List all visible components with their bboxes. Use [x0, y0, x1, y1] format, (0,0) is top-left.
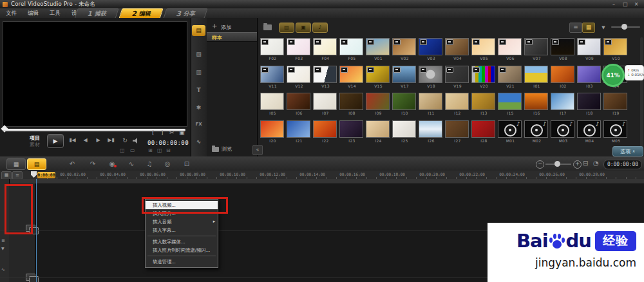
library-thumbnail[interactable]: V17 [392, 66, 417, 88]
library-thumbnail[interactable]: F02 [260, 38, 285, 61]
library-thumbnail[interactable]: I20 [260, 120, 285, 143]
library-thumbnail[interactable]: I24 [366, 120, 391, 143]
library-thumbnail[interactable]: V01 [366, 38, 391, 61]
library-thumbnail[interactable]: V02 [392, 38, 417, 61]
storyboard-view-button[interactable]: ▦ [6, 158, 26, 170]
library-thumbnail[interactable]: F04 [313, 38, 338, 61]
library-thumbnail[interactable]: V20 [471, 66, 497, 88]
library-thumbnail[interactable]: I05 [260, 93, 285, 115]
library-thumbnail[interactable]: V05 [471, 38, 497, 61]
context-menu-item[interactable]: 插入字幕... [146, 226, 218, 234]
library-thumbnail[interactable]: F03 [287, 38, 312, 61]
zoom-out-icon[interactable]: − [536, 160, 544, 169]
library-thumbnail[interactable]: V18 [419, 66, 444, 88]
display-toggle-icon[interactable]: ⊞ [148, 147, 153, 153]
library-thumbnail[interactable]: I28 [471, 120, 497, 143]
menu-item[interactable]: 文件 [6, 10, 17, 17]
redo-icon[interactable]: ↷ [86, 159, 99, 169]
mark-in-button[interactable]: [ [152, 129, 155, 136]
minimize-button[interactable]: – [609, 1, 618, 8]
library-thumbnail[interactable]: V08 [551, 38, 576, 61]
library-thumbnail[interactable]: V04 [445, 38, 470, 61]
library-thumbnail[interactable]: V19 [445, 66, 470, 88]
playhead-line[interactable] [36, 179, 37, 282]
net-speed-badge[interactable]: 41% [601, 64, 625, 87]
wave-icon[interactable]: ∿ [1, 267, 5, 272]
library-thumbnail[interactable]: I02 [551, 66, 576, 88]
library-thumbnail[interactable]: V21 [498, 66, 523, 88]
sound-mixer-icon[interactable]: ∿ [125, 159, 138, 169]
library-thumbnail[interactable]: ♪M01 [498, 120, 523, 143]
library-thumbnail[interactable]: V13 [313, 66, 338, 88]
library-thumbnail[interactable]: I23 [339, 120, 365, 143]
library-thumbnail[interactable]: I15 [498, 93, 523, 115]
library-thumbnail[interactable]: V14 [339, 66, 365, 88]
record-capture-icon[interactable]: ◉ [106, 159, 118, 169]
context-menu-item[interactable]: 轨道管理... [146, 258, 218, 266]
context-menu-item[interactable]: 插入数字媒体... [146, 238, 218, 246]
track-manager-icon[interactable]: ≣ [1, 238, 5, 243]
tab-edit[interactable]: 2编辑 [118, 8, 163, 19]
library-thumbnail[interactable]: V09 [577, 38, 602, 61]
photo-filter-icon[interactable]: ▣ [296, 23, 311, 33]
clip-mode-label[interactable]: 素材 [30, 141, 40, 148]
library-thumbnail[interactable]: ♪M02 [524, 120, 549, 143]
library-thumbnail[interactable]: ♪M05 [603, 120, 629, 143]
display-toggle-icon[interactable]: ◫ [120, 147, 125, 153]
library-thumbnail[interactable]: V12 [287, 66, 312, 88]
scrubber-track[interactable] [3, 129, 185, 131]
library-thumbnail[interactable]: V03 [419, 38, 444, 61]
duration-clock-icon[interactable]: ◔ [593, 160, 599, 167]
library-thumbnail[interactable]: I26 [419, 120, 444, 143]
options-expander-button[interactable]: 选项 « [612, 146, 643, 156]
auto-music-icon[interactable]: ♫ [143, 159, 156, 169]
library-thumbnail[interactable]: I09 [366, 93, 391, 115]
collapse-caret-icon[interactable]: ▼ [1, 246, 5, 250]
library-thumbnail[interactable]: V15 [366, 66, 391, 88]
title-safe-icon[interactable]: ⊡ [180, 159, 193, 169]
library-thumbnail[interactable]: F05 [339, 38, 365, 61]
library-thumbnail[interactable]: V07 [524, 38, 549, 61]
display-toggle-icon[interactable]: ⊟ [166, 147, 171, 153]
home-button[interactable]: ▮◀ [67, 136, 78, 145]
close-button[interactable]: × [632, 1, 641, 8]
step-down-icon[interactable]: ▼ [186, 142, 188, 146]
library-thumbnail[interactable]: I17 [551, 93, 576, 115]
library-thumbnail[interactable]: ♪M04 [577, 120, 602, 143]
library-thumbnail[interactable]: I06 [287, 93, 312, 115]
tab-capture[interactable]: 1捕获 [74, 8, 118, 19]
context-menu-item[interactable]: 插入照片到时间流逝/频闪... [146, 246, 218, 254]
track-transparency-icon[interactable]: ◎ [161, 159, 174, 169]
library-thumbnail[interactable]: I08 [339, 93, 365, 115]
library-thumbnail[interactable]: I11 [419, 93, 444, 115]
undo-icon[interactable]: ↶ [66, 159, 79, 169]
context-menu-item[interactable]: 插入音频▸ [146, 218, 218, 226]
zoom-in-icon[interactable]: + [573, 160, 582, 169]
library-thumbnail[interactable]: I21 [287, 120, 312, 143]
library-thumbnail[interactable]: I07 [313, 93, 338, 115]
repeat-button[interactable]: ↻ [120, 136, 129, 145]
library-thumbnail[interactable]: I13 [471, 93, 497, 115]
prev-frame-button[interactable]: ◀ [80, 136, 91, 145]
audio-filter-icon[interactable]: ♪ [312, 23, 328, 33]
library-thumbnail[interactable]: I10 [392, 93, 417, 115]
next-frame-button[interactable]: ▶ [93, 136, 104, 145]
mark-out-button[interactable]: ] [161, 129, 164, 136]
timeline-zoom-slider-thumb[interactable] [554, 161, 560, 167]
library-thumbnail[interactable]: V11 [260, 66, 285, 88]
fit-project-icon[interactable]: ⊟ [583, 160, 588, 167]
library-thumbnail[interactable]: I19 [603, 93, 629, 115]
split-clip-icon[interactable]: ✂ [169, 129, 175, 136]
video-filter-icon[interactable]: ▤ [279, 23, 294, 33]
timecode-stepper[interactable]: ▲ ▼ [186, 139, 188, 146]
library-thumbnail[interactable]: I03 [577, 66, 602, 88]
menu-item[interactable]: 编辑 [28, 10, 39, 17]
library-thumbnail[interactable]: I22 [313, 120, 338, 143]
library-thumbnail[interactable]: I16 [524, 93, 549, 115]
capture-frame-icon[interactable]: ▣ [179, 129, 185, 136]
play-button[interactable]: ▶ [47, 134, 64, 148]
menu-item[interactable]: 工具 [50, 10, 61, 17]
display-toggle-icon[interactable]: ▭ [130, 147, 135, 153]
library-thumbnail[interactable]: ♪M03 [551, 120, 576, 143]
end-button[interactable]: ▶▮ [106, 136, 117, 145]
